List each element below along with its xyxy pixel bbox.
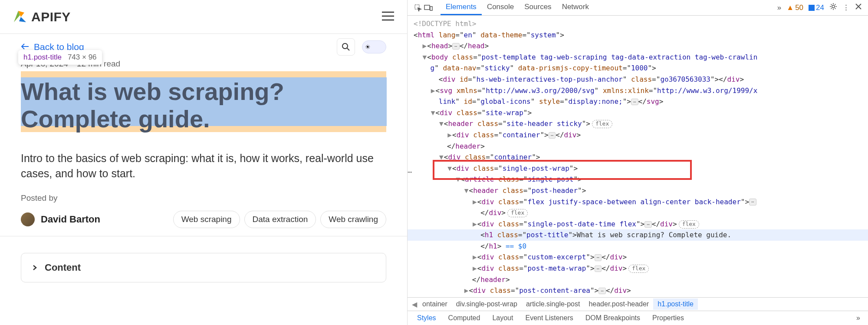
dom-line[interactable]: </h1> == $0 — [408, 241, 868, 252]
styles-tab-computed[interactable]: Computed — [442, 312, 487, 324]
dom-line[interactable]: g" data-nav="sticky" data-prismjs-copy-t… — [408, 63, 868, 74]
svg-rect-6 — [424, 5, 430, 10]
styles-tab-event-listeners[interactable]: Event Listeners — [519, 312, 579, 324]
tab-console[interactable]: Console — [482, 0, 519, 15]
device-toolbar-icon[interactable] — [424, 3, 433, 12]
crumb-selected[interactable]: h1.post-title — [653, 298, 698, 310]
svg-line-4 — [347, 48, 349, 50]
collapse-arrow-icon[interactable]: ▼ — [464, 185, 469, 196]
posted-by-label: Posted by — [0, 181, 407, 206]
tab-sources[interactable]: Sources — [519, 0, 556, 15]
expand-arrow-icon[interactable]: ▶ — [472, 219, 477, 230]
collapse-arrow-icon[interactable]: ▼ — [455, 174, 460, 185]
tab-elements[interactable]: Elements — [441, 0, 482, 15]
logo[interactable]: APIFY — [12, 9, 71, 25]
tooltip-dimensions: 743 × 96 — [68, 53, 97, 62]
dom-line[interactable]: ▼<header class="site-header sticky">flex — [408, 118, 868, 129]
inspect-tool-icon[interactable] — [414, 3, 422, 12]
tag-data-extraction[interactable]: Data extraction — [244, 211, 316, 228]
issue-icon — [809, 5, 815, 11]
expand-arrow-icon[interactable]: ▶ — [464, 285, 469, 296]
crumb[interactable]: header.post-header — [584, 298, 653, 310]
header-tools: ☀ — [337, 38, 386, 56]
close-icon[interactable] — [855, 3, 862, 12]
chevron-right-icon — [32, 262, 38, 273]
collapse-arrow-icon[interactable]: ▼ — [439, 152, 444, 163]
svg-point-3 — [342, 43, 348, 49]
crumb[interactable]: ontainer — [418, 298, 452, 310]
dom-line[interactable]: </header> — [408, 141, 868, 152]
kebab-menu-icon[interactable]: ⋮ — [842, 3, 850, 12]
collapse-arrow-icon[interactable]: ▼ — [447, 163, 452, 174]
dom-line[interactable]: ▶<div class="flex justify-space-between … — [408, 196, 868, 208]
devtools-toolbar: Elements Console Sources Network » ▲50 2… — [408, 0, 868, 16]
dom-line[interactable]: <div id="hs-web-interactives-top-push-an… — [408, 74, 868, 85]
tag-web-scraping[interactable]: Web scraping — [173, 211, 240, 228]
expand-arrow-icon[interactable]: ▶ — [472, 252, 477, 263]
logo-text: APIFY — [31, 10, 71, 24]
toolbar-right: » ▲50 24 ⋮ — [777, 3, 862, 13]
hamburger-menu-icon[interactable] — [381, 10, 395, 24]
crumb[interactable]: article.single-post — [522, 298, 585, 310]
element-inspect-tooltip: h1.post-title 743 × 96 — [18, 50, 102, 65]
issues-badge[interactable]: 24 — [809, 3, 824, 12]
dom-line[interactable]: ▼<article class="single-post"> — [408, 174, 868, 185]
collapse-arrow-icon[interactable]: ▼ — [431, 107, 436, 119]
expand-arrow-icon[interactable]: ▶ — [447, 129, 452, 141]
dom-line[interactable]: ▼<header class="post-header"> — [408, 185, 868, 196]
devtools-tabs: Elements Console Sources Network — [441, 0, 594, 15]
expand-arrow-icon[interactable]: ▶ — [472, 263, 477, 274]
expand-arrow-icon[interactable]: ▶ — [422, 40, 427, 52]
dom-line[interactable]: ▶<div class="custom-excerpt">⋯</div> — [408, 252, 868, 263]
dom-line[interactable]: <!DOCTYPE html> — [408, 18, 868, 30]
dom-line[interactable]: </header> — [408, 274, 868, 285]
apify-logo-icon — [12, 9, 28, 25]
dom-line[interactable]: <html lang="en" data-theme="system"> — [408, 30, 868, 41]
dom-line[interactable]: </div>flex — [408, 207, 868, 219]
more-tabs-icon[interactable]: » — [777, 3, 781, 12]
sun-icon: ☀ — [365, 43, 371, 50]
breadcrumb-scroll-left-icon[interactable]: ◀ — [411, 300, 418, 308]
dom-line[interactable]: </article> — [408, 296, 868, 297]
warnings-badge[interactable]: ▲50 — [786, 3, 803, 12]
author-left: David Barton — [21, 212, 100, 226]
collapse-arrow-icon[interactable]: ▼ — [439, 118, 444, 129]
dom-line[interactable]: ▼<div class="container"> — [408, 152, 868, 163]
post-title-highlight: What is web scraping? Complete guide. — [21, 76, 386, 134]
dom-line[interactable]: ▶<div class="container">⋯</div> — [408, 129, 868, 141]
expand-arrow-icon[interactable]: ▶ — [431, 85, 436, 96]
dom-breadcrumb: ◀ ontainer div.single-post-wrap article.… — [408, 297, 868, 311]
gutter-ellipsis-icon[interactable]: ⋯ — [408, 166, 413, 179]
content-accordion[interactable]: Content — [21, 253, 386, 282]
content-label: Content — [45, 262, 81, 273]
tag-web-crawling[interactable]: Web crawling — [320, 211, 386, 228]
dom-line[interactable]: ▶<div class="post-meta-wrap">⋯</div>flex — [408, 263, 868, 274]
dom-line[interactable]: ▶<head>⋯</head> — [408, 40, 868, 52]
author-name[interactable]: David Barton — [41, 214, 100, 225]
styles-tab-styles[interactable]: Styles — [411, 312, 442, 324]
dom-line[interactable]: ▼<div class="site-wrap"> — [408, 107, 868, 119]
styles-more-icon[interactable]: » — [852, 314, 865, 322]
crumb[interactable]: div.single-post-wrap — [452, 298, 522, 310]
dom-line[interactable]: ▶<div class="single-post-date-time flex"… — [408, 219, 868, 230]
dom-line[interactable]: ▶<div class="post-content-area">⋯</div> — [408, 285, 868, 296]
avatar — [21, 212, 35, 226]
dom-line[interactable]: ▼<body class="post-template tag-web-scra… — [408, 52, 868, 63]
gear-icon[interactable] — [829, 3, 837, 13]
styles-tab-properties[interactable]: Properties — [646, 312, 690, 324]
theme-toggle[interactable]: ☀ — [362, 40, 386, 53]
search-button[interactable] — [337, 38, 355, 56]
styles-tab-layout[interactable]: Layout — [486, 312, 519, 324]
tab-network[interactable]: Network — [557, 0, 594, 15]
dom-line[interactable]: link" id="global-icons" style="display:n… — [408, 96, 868, 107]
styles-tab-dom-breakpoints[interactable]: DOM Breakpoints — [579, 312, 646, 324]
dom-line[interactable]: ▼<div class="single-post-wrap"> — [408, 163, 868, 174]
collapse-arrow-icon[interactable]: ▼ — [422, 52, 427, 63]
dom-line-selected[interactable]: <h1 class="post-title">What is web scrap… — [408, 229, 868, 241]
styles-tabs: Styles Computed Layout Event Listeners D… — [408, 311, 868, 325]
expand-arrow-icon[interactable]: ▶ — [472, 196, 477, 208]
svg-point-8 — [832, 5, 835, 8]
author-row: David Barton Web scraping Data extractio… — [0, 206, 407, 236]
dom-line[interactable]: ▶<svg xmlns="http://www.w3.org/2000/svg"… — [408, 85, 868, 96]
dom-tree[interactable]: ⋯ <!DOCTYPE html> <html lang="en" data-t… — [408, 16, 868, 297]
